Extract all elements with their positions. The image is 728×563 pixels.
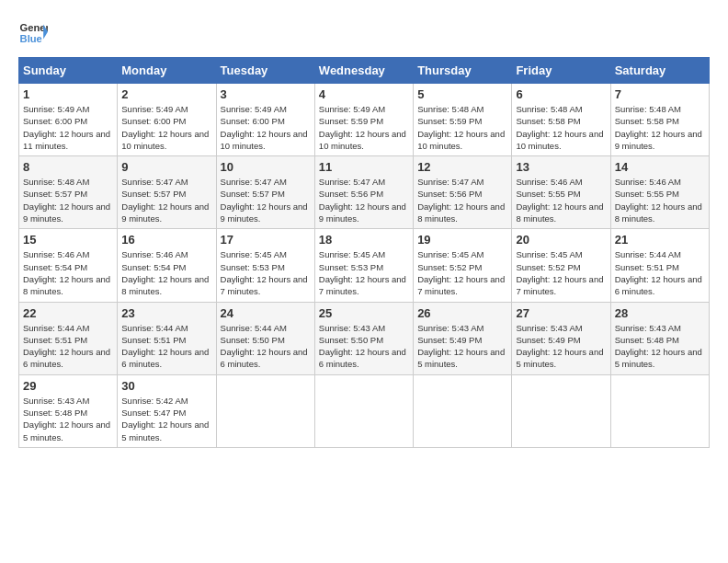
day-info: Sunrise: 5:49 AM Sunset: 5:59 PM Dayligh…: [319, 103, 409, 152]
day-of-week-header: Wednesday: [314, 58, 413, 84]
day-info: Sunrise: 5:47 AM Sunset: 5:57 PM Dayligh…: [121, 176, 211, 224]
day-number: 25: [319, 306, 409, 320]
calendar-day-cell: 10 Sunrise: 5:47 AM Sunset: 5:57 PM Dayl…: [216, 156, 314, 229]
page-header: General Blue: [18, 18, 710, 48]
day-of-week-header: Tuesday: [216, 58, 314, 84]
day-number: 1: [23, 87, 113, 101]
day-number: 12: [417, 160, 507, 174]
day-number: 22: [23, 306, 113, 320]
calendar-day-cell: 2 Sunrise: 5:49 AM Sunset: 6:00 PM Dayli…: [118, 84, 216, 156]
calendar-day-cell: 19 Sunrise: 5:45 AM Sunset: 5:52 PM Dayl…: [414, 229, 512, 302]
calendar-day-cell: 29 Sunrise: 5:43 AM Sunset: 5:48 PM Dayl…: [19, 374, 118, 447]
calendar-table: SundayMondayTuesdayWednesdayThursdayFrid…: [18, 57, 710, 448]
day-number: 16: [121, 233, 211, 247]
day-number: 6: [516, 87, 606, 101]
day-info: Sunrise: 5:48 AM Sunset: 5:58 PM Dayligh…: [615, 103, 705, 152]
calendar-day-cell: 13 Sunrise: 5:46 AM Sunset: 5:55 PM Dayl…: [512, 156, 610, 229]
day-number: 21: [615, 233, 705, 247]
day-info: Sunrise: 5:43 AM Sunset: 5:49 PM Dayligh…: [516, 322, 606, 371]
day-number: 14: [615, 160, 705, 174]
calendar-day-cell: 4 Sunrise: 5:49 AM Sunset: 5:59 PM Dayli…: [314, 84, 413, 156]
calendar-day-cell: 12 Sunrise: 5:47 AM Sunset: 5:56 PM Dayl…: [414, 156, 512, 229]
day-number: 5: [417, 87, 507, 101]
day-number: 11: [319, 160, 409, 174]
calendar-day-cell: 16 Sunrise: 5:46 AM Sunset: 5:54 PM Dayl…: [118, 229, 216, 302]
calendar-week-row: 29 Sunrise: 5:43 AM Sunset: 5:48 PM Dayl…: [19, 374, 710, 447]
day-info: Sunrise: 5:45 AM Sunset: 5:52 PM Dayligh…: [417, 248, 507, 297]
day-info: Sunrise: 5:44 AM Sunset: 5:51 PM Dayligh…: [23, 322, 113, 371]
calendar-day-cell: 11 Sunrise: 5:47 AM Sunset: 5:56 PM Dayl…: [314, 156, 413, 229]
day-number: 23: [121, 306, 211, 320]
calendar-day-cell: [216, 374, 314, 447]
day-number: 29: [23, 379, 113, 393]
day-number: 24: [221, 306, 311, 320]
day-number: 27: [516, 306, 606, 320]
calendar-day-cell: [512, 374, 610, 447]
day-info: Sunrise: 5:47 AM Sunset: 5:56 PM Dayligh…: [319, 176, 409, 224]
day-info: Sunrise: 5:49 AM Sunset: 6:00 PM Dayligh…: [221, 103, 311, 152]
calendar-header-row: SundayMondayTuesdayWednesdayThursdayFrid…: [19, 58, 710, 84]
day-info: Sunrise: 5:44 AM Sunset: 5:51 PM Dayligh…: [121, 322, 211, 371]
calendar-day-cell: 9 Sunrise: 5:47 AM Sunset: 5:57 PM Dayli…: [118, 156, 216, 229]
day-info: Sunrise: 5:45 AM Sunset: 5:53 PM Dayligh…: [221, 248, 311, 297]
day-number: 26: [417, 306, 507, 320]
day-info: Sunrise: 5:43 AM Sunset: 5:48 PM Dayligh…: [615, 322, 705, 371]
calendar-day-cell: 7 Sunrise: 5:48 AM Sunset: 5:58 PM Dayli…: [610, 84, 709, 156]
day-of-week-header: Saturday: [610, 58, 709, 84]
calendar-day-cell: 24 Sunrise: 5:44 AM Sunset: 5:50 PM Dayl…: [216, 302, 314, 374]
calendar-day-cell: [610, 374, 709, 447]
day-info: Sunrise: 5:48 AM Sunset: 5:58 PM Dayligh…: [516, 103, 606, 152]
day-info: Sunrise: 5:43 AM Sunset: 5:48 PM Dayligh…: [23, 395, 113, 443]
day-number: 19: [417, 233, 507, 247]
day-info: Sunrise: 5:45 AM Sunset: 5:52 PM Dayligh…: [516, 248, 606, 297]
calendar-day-cell: [314, 374, 413, 447]
day-number: 20: [516, 233, 606, 247]
calendar-week-row: 8 Sunrise: 5:48 AM Sunset: 5:57 PM Dayli…: [19, 156, 710, 229]
day-info: Sunrise: 5:44 AM Sunset: 5:50 PM Dayligh…: [221, 322, 311, 371]
calendar-day-cell: 30 Sunrise: 5:42 AM Sunset: 5:47 PM Dayl…: [118, 374, 216, 447]
day-number: 15: [23, 233, 113, 247]
calendar-day-cell: 21 Sunrise: 5:44 AM Sunset: 5:51 PM Dayl…: [610, 229, 709, 302]
day-number: 4: [319, 87, 409, 101]
calendar-day-cell: 14 Sunrise: 5:46 AM Sunset: 5:55 PM Dayl…: [610, 156, 709, 229]
day-number: 9: [121, 160, 211, 174]
day-info: Sunrise: 5:46 AM Sunset: 5:55 PM Dayligh…: [615, 176, 705, 224]
calendar-body: 1 Sunrise: 5:49 AM Sunset: 6:00 PM Dayli…: [19, 84, 710, 448]
calendar-day-cell: 22 Sunrise: 5:44 AM Sunset: 5:51 PM Dayl…: [19, 302, 118, 374]
day-info: Sunrise: 5:43 AM Sunset: 5:49 PM Dayligh…: [417, 322, 507, 371]
calendar-day-cell: 15 Sunrise: 5:46 AM Sunset: 5:54 PM Dayl…: [19, 229, 118, 302]
calendar-week-row: 15 Sunrise: 5:46 AM Sunset: 5:54 PM Dayl…: [19, 229, 710, 302]
day-info: Sunrise: 5:45 AM Sunset: 5:53 PM Dayligh…: [319, 248, 409, 297]
day-number: 8: [23, 160, 113, 174]
calendar-day-cell: 17 Sunrise: 5:45 AM Sunset: 5:53 PM Dayl…: [216, 229, 314, 302]
logo: General Blue: [18, 18, 48, 48]
day-of-week-header: Sunday: [19, 58, 118, 84]
calendar-day-cell: 27 Sunrise: 5:43 AM Sunset: 5:49 PM Dayl…: [512, 302, 610, 374]
day-info: Sunrise: 5:47 AM Sunset: 5:56 PM Dayligh…: [417, 176, 507, 224]
day-number: 30: [121, 379, 211, 393]
day-info: Sunrise: 5:47 AM Sunset: 5:57 PM Dayligh…: [221, 176, 311, 224]
svg-text:Blue: Blue: [20, 33, 42, 44]
calendar-day-cell: 26 Sunrise: 5:43 AM Sunset: 5:49 PM Dayl…: [414, 302, 512, 374]
day-info: Sunrise: 5:46 AM Sunset: 5:55 PM Dayligh…: [516, 176, 606, 224]
day-number: 28: [615, 306, 705, 320]
calendar-day-cell: 23 Sunrise: 5:44 AM Sunset: 5:51 PM Dayl…: [118, 302, 216, 374]
day-info: Sunrise: 5:49 AM Sunset: 6:00 PM Dayligh…: [121, 103, 211, 152]
day-info: Sunrise: 5:46 AM Sunset: 5:54 PM Dayligh…: [23, 248, 113, 297]
calendar-week-row: 22 Sunrise: 5:44 AM Sunset: 5:51 PM Dayl…: [19, 302, 710, 374]
calendar-day-cell: 3 Sunrise: 5:49 AM Sunset: 6:00 PM Dayli…: [216, 84, 314, 156]
day-info: Sunrise: 5:48 AM Sunset: 5:57 PM Dayligh…: [23, 176, 113, 224]
day-number: 10: [221, 160, 311, 174]
calendar-day-cell: 28 Sunrise: 5:43 AM Sunset: 5:48 PM Dayl…: [610, 302, 709, 374]
calendar-day-cell: 1 Sunrise: 5:49 AM Sunset: 6:00 PM Dayli…: [19, 84, 118, 156]
day-number: 7: [615, 87, 705, 101]
calendar-day-cell: 8 Sunrise: 5:48 AM Sunset: 5:57 PM Dayli…: [19, 156, 118, 229]
day-of-week-header: Friday: [512, 58, 610, 84]
day-info: Sunrise: 5:48 AM Sunset: 5:59 PM Dayligh…: [417, 103, 507, 152]
calendar-week-row: 1 Sunrise: 5:49 AM Sunset: 6:00 PM Dayli…: [19, 84, 710, 156]
calendar-day-cell: 25 Sunrise: 5:43 AM Sunset: 5:50 PM Dayl…: [314, 302, 413, 374]
day-number: 3: [221, 87, 311, 101]
day-number: 18: [319, 233, 409, 247]
day-of-week-header: Thursday: [414, 58, 512, 84]
calendar-day-cell: 18 Sunrise: 5:45 AM Sunset: 5:53 PM Dayl…: [314, 229, 413, 302]
